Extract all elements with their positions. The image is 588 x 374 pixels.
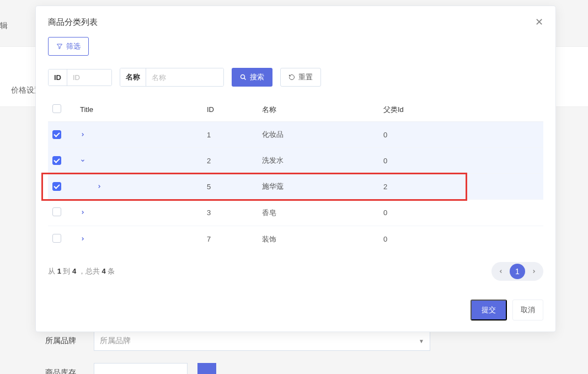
- row-name: 施华蔻: [258, 174, 379, 200]
- reset-icon: [288, 74, 295, 81]
- row-parent: 2: [379, 174, 543, 200]
- modal-title: 商品分类列表: [48, 17, 98, 28]
- chevron-down-icon[interactable]: [80, 157, 85, 165]
- search-label: 搜索: [250, 72, 264, 82]
- row-id: 2: [202, 148, 258, 174]
- table-footer: 从 1 到 4 ，总共 4 条 1: [48, 262, 543, 281]
- category-modal: 商品分类列表 ✕ 筛选 ID 名称 搜索: [35, 6, 556, 332]
- col-title: Title: [76, 98, 202, 122]
- table-row[interactable]: 2洗发水0: [48, 148, 543, 174]
- row-id: 5: [202, 174, 258, 200]
- col-parent: 父类Id: [379, 98, 543, 122]
- cancel-button[interactable]: 取消: [512, 300, 543, 320]
- bg-fields: 所属品牌 所属品牌 ▼ 商品库存: [45, 331, 431, 374]
- row-parent: 0: [379, 200, 543, 226]
- background-page: 辑 价格设置 所属品牌 所属品牌 ▼ 商品库存 商品分类列表 ✕ 筛选: [0, 0, 588, 374]
- bg-edit-text: 辑: [0, 21, 10, 32]
- row-name: 化妆品: [258, 122, 379, 148]
- row-id: 3: [202, 200, 258, 226]
- bg-stock-label: 商品库存: [45, 368, 84, 374]
- row-name: 香皂: [258, 200, 379, 226]
- chevron-right-icon[interactable]: [80, 131, 85, 139]
- id-input[interactable]: [67, 70, 111, 86]
- modal-body: 筛选 ID 名称 搜索 重置: [36, 37, 555, 291]
- id-addon: ID: [49, 70, 67, 86]
- modal-actions: 提交 取消: [36, 291, 555, 332]
- svg-line-1: [244, 78, 246, 80]
- name-addon: 名称: [120, 68, 146, 86]
- row-checkbox[interactable]: [52, 156, 61, 165]
- search-icon: [240, 74, 247, 81]
- pager-prev[interactable]: [493, 264, 509, 279]
- bg-stock-button[interactable]: [197, 363, 216, 374]
- chevron-right-icon[interactable]: [80, 183, 102, 191]
- search-toolbar: ID 名称 搜索 重置: [48, 68, 543, 87]
- row-checkbox[interactable]: [52, 182, 61, 191]
- chevron-right-icon[interactable]: [80, 235, 85, 243]
- row-checkbox[interactable]: [52, 234, 61, 243]
- svg-point-0: [241, 75, 245, 79]
- bg-brand-select[interactable]: 所属品牌 ▼: [94, 331, 430, 351]
- row-name: 洗发水: [258, 148, 379, 174]
- category-table: Title ID 名称 父类Id 1化妆品02洗发水05施华蔻23香皂07装饰0: [48, 98, 543, 252]
- table-row[interactable]: 7装饰0: [48, 226, 543, 253]
- row-name: 装饰: [258, 226, 379, 253]
- col-name: 名称: [258, 98, 379, 122]
- row-checkbox[interactable]: [52, 130, 61, 139]
- row-parent: 0: [379, 226, 543, 253]
- reset-button[interactable]: 重置: [280, 68, 321, 87]
- pager: 1: [491, 262, 543, 281]
- close-icon[interactable]: ✕: [535, 16, 543, 28]
- name-input-group: 名称: [120, 68, 224, 87]
- modal-header: 商品分类列表 ✕: [36, 6, 555, 37]
- table-row[interactable]: 3香皂0: [48, 200, 543, 226]
- chevron-left-icon: [498, 269, 504, 274]
- pager-page-1[interactable]: 1: [510, 264, 525, 279]
- pagination-summary: 从 1 到 4 ，总共 4 条: [48, 266, 115, 276]
- bg-brand-placeholder: 所属品牌: [100, 336, 131, 346]
- caret-down-icon: ▼: [419, 338, 424, 344]
- submit-button[interactable]: 提交: [471, 300, 507, 320]
- row-parent: 0: [379, 122, 543, 148]
- pager-next[interactable]: [526, 264, 542, 279]
- chevron-right-icon[interactable]: [80, 209, 85, 217]
- filter-label: 筛选: [66, 41, 81, 51]
- col-id: ID: [202, 98, 258, 122]
- row-id: 7: [202, 226, 258, 253]
- bg-stock-input[interactable]: [94, 363, 188, 374]
- filter-button[interactable]: 筛选: [48, 37, 89, 56]
- table-row[interactable]: 5施华蔻2: [48, 174, 543, 200]
- table-row[interactable]: 1化妆品0: [48, 122, 543, 148]
- select-all-checkbox[interactable]: [52, 104, 61, 113]
- row-id: 1: [202, 122, 258, 148]
- row-checkbox[interactable]: [52, 207, 61, 216]
- search-button[interactable]: 搜索: [232, 68, 272, 87]
- table-wrap: Title ID 名称 父类Id 1化妆品02洗发水05施华蔻23香皂07装饰0: [48, 98, 543, 252]
- id-input-group: ID: [48, 69, 112, 86]
- reset-label: 重置: [298, 72, 313, 82]
- chevron-right-icon: [531, 269, 537, 274]
- bg-brand-label: 所属品牌: [45, 336, 84, 346]
- filter-icon: [56, 43, 63, 50]
- row-parent: 0: [379, 148, 543, 174]
- name-input[interactable]: [146, 68, 223, 86]
